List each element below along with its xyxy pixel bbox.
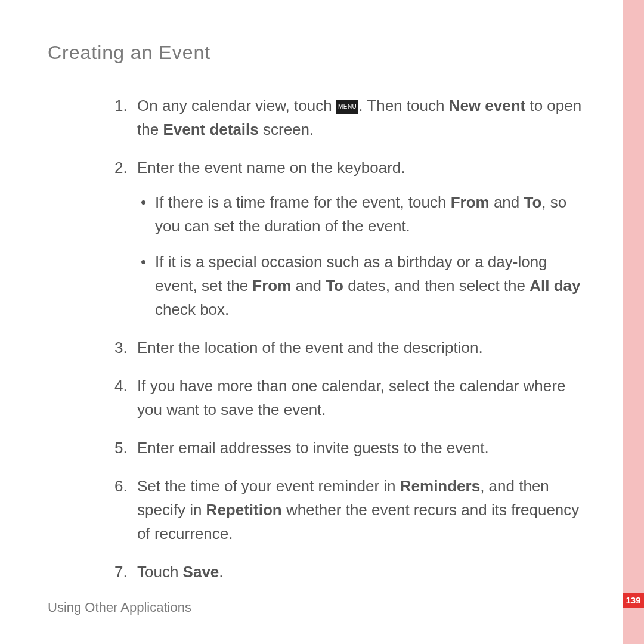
text: screen. (259, 120, 314, 138)
side-stripe (623, 0, 644, 644)
text: . Then touch (358, 97, 448, 114)
bullet-item: If it is a special occasion such as a bi… (137, 250, 584, 321)
bold-text: New event (449, 97, 526, 114)
step-5: Enter email addresses to invite guests t… (48, 436, 584, 460)
step-2: Enter the event name on the keyboard. If… (48, 156, 584, 321)
bold-text: Reminders (400, 477, 480, 495)
bold-text: Save (183, 563, 219, 581)
page-number-tag: 139 (623, 593, 644, 608)
bold-text: All day (530, 277, 580, 295)
menu-key-icon: MENU (336, 100, 358, 114)
text: dates, and then select the (343, 277, 530, 295)
sub-bullet-list: If there is a time frame for the event, … (137, 190, 584, 321)
bold-text: From (451, 193, 490, 211)
text: On any calendar view, touch (137, 97, 336, 114)
step-7: Touch Save. (48, 560, 584, 584)
bold-text: To (326, 277, 343, 295)
text: check box. (155, 301, 229, 318)
text: and (291, 277, 326, 295)
text: Touch (137, 563, 183, 581)
text: Enter the location of the event and the … (137, 339, 483, 357)
text: . (219, 563, 223, 581)
bullet-item: If there is a time frame for the event, … (137, 190, 584, 238)
text: and (490, 193, 524, 211)
step-3: Enter the location of the event and the … (48, 336, 584, 360)
section-heading: Creating an Event (48, 42, 584, 64)
step-4: If you have more than one calendar, sele… (48, 374, 584, 422)
text: Enter the event name on the keyboard. (137, 159, 405, 177)
text: If there is a time frame for the event, … (155, 193, 451, 211)
text: Set the time of your event reminder in (137, 477, 400, 495)
step-6: Set the time of your event reminder in R… (48, 474, 584, 546)
step-1: On any calendar view, touch MENU. Then t… (48, 94, 584, 141)
page-content: Creating an Event On any calendar view, … (48, 42, 584, 598)
step-list: On any calendar view, touch MENU. Then t… (48, 94, 584, 584)
footer-section-title: Using Other Applications (48, 600, 191, 615)
bold-text: To (524, 193, 542, 211)
bold-text: Event details (163, 120, 258, 138)
bold-text: From (252, 277, 291, 295)
text: If you have more than one calendar, sele… (137, 377, 565, 419)
text: Enter email addresses to invite guests t… (137, 439, 489, 457)
bold-text: Repetition (206, 501, 282, 519)
